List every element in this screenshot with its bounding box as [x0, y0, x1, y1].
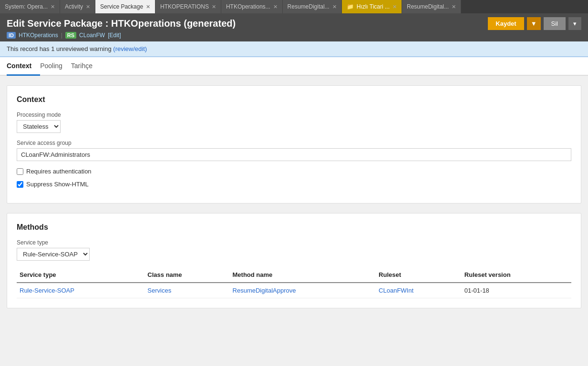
page-title: Edit Service Package : HTKOperations (ge… [7, 18, 236, 29]
tab-hizli-close[interactable]: ✕ [392, 4, 397, 10]
tab-htkoperations-label: HTKOPERATIONS [160, 3, 209, 10]
warning-link[interactable]: (review/edit) [113, 45, 147, 52]
tab-activity-label: Activity [65, 3, 83, 10]
tab-service-package[interactable]: Service Package ✕ [95, 0, 155, 13]
suppress-html-checkbox[interactable] [17, 181, 23, 188]
save-dropdown-button[interactable]: ▼ [527, 17, 541, 30]
cell-method-name: ResumeDigitalApprove [230, 283, 376, 298]
delete-button[interactable]: Sil [544, 17, 566, 30]
tab-hizli[interactable]: 📁 Hızlı Ticari ... ✕ [342, 0, 402, 13]
col-ruleset-version: Ruleset version [462, 267, 571, 283]
rs-badge: RS [65, 32, 76, 39]
tab-htkoperations[interactable]: HTKOPERATIONS ✕ [155, 0, 221, 13]
col-ruleset: Ruleset [376, 267, 462, 283]
cell-ruleset: CLoanFWInt [376, 283, 462, 298]
separator: | [61, 32, 62, 39]
tab-system-label: System: Opera... [5, 3, 48, 10]
requires-auth-checkbox[interactable] [17, 168, 23, 175]
processing-mode-select[interactable]: Stateless Stateful [17, 120, 61, 133]
main-content: Context Processing mode Stateless Statef… [0, 76, 588, 327]
methods-table: Service type Class name Method name Rule… [17, 267, 571, 298]
service-type-link[interactable]: Rule-Service-SOAP [20, 287, 74, 294]
table-row: Rule-Service-SOAP Services ResumeDigital… [17, 283, 571, 298]
tab-service-package-close[interactable]: ✕ [146, 4, 150, 10]
ruleset-link[interactable]: CLoanFWInt [379, 287, 413, 294]
context-card-title: Context [17, 95, 571, 104]
tab-bar: System: Opera... ✕ Activity ✕ Service Pa… [0, 0, 588, 13]
cell-service-type: Rule-Service-SOAP [17, 283, 144, 298]
tab-activity[interactable]: Activity ✕ [60, 0, 95, 13]
processing-mode-group: Processing mode Stateless Stateful [17, 112, 571, 133]
col-service-type: Service type [17, 267, 144, 283]
tab-pooling[interactable]: Pooling [40, 57, 71, 76]
suppress-html-group: Suppress Show-HTML [17, 181, 571, 188]
tab-resumedigital2[interactable]: ResumeDigital... ✕ [402, 0, 461, 13]
tab-htkoperations2[interactable]: HTKOperations... ✕ [221, 0, 283, 13]
tab-context[interactable]: Context [7, 57, 40, 76]
page-header: Edit Service Package : HTKOperations (ge… [0, 13, 588, 41]
header-top: Edit Service Package : HTKOperations (ge… [7, 17, 581, 30]
service-access-label: Service access group [17, 140, 571, 146]
methods-card-title: Methods [17, 223, 571, 232]
tab-htkoperations2-label: HTKOperations... [226, 3, 270, 10]
tab-resumedigital1[interactable]: ResumeDigital... ✕ [283, 0, 342, 13]
processing-mode-label: Processing mode [17, 112, 571, 118]
id-badge: ID [7, 32, 16, 39]
main-tabs: Context Pooling Tarihçe [0, 57, 588, 76]
tab-system[interactable]: System: Opera... ✕ [0, 0, 60, 13]
methods-card: Methods Service type Rule-Service-SOAP R… [7, 213, 581, 308]
service-type-label: Service type [17, 239, 571, 246]
service-access-input[interactable] [17, 148, 571, 161]
requires-auth-group: Requires authentication [17, 168, 571, 175]
warning-text: This record has 1 unreviewed warning [7, 45, 112, 52]
method-name-link[interactable]: ResumeDigitalApprove [233, 287, 296, 294]
tab-service-package-label: Service Package [100, 3, 143, 10]
tab-htkoperations2-close[interactable]: ✕ [273, 4, 278, 10]
col-class-name: Class name [144, 267, 229, 283]
warning-bar: This record has 1 unreviewed warning (re… [0, 41, 588, 57]
tab-resumedigital1-label: ResumeDigital... [288, 3, 330, 10]
tab-hizli-label: Hızlı Ticari ... [357, 3, 390, 10]
tab-resumedigital2-close[interactable]: ✕ [452, 4, 456, 10]
service-type-select[interactable]: Rule-Service-SOAP REST SOAP [17, 248, 90, 261]
more-button[interactable]: ▾ [568, 17, 581, 30]
suppress-html-label: Suppress Show-HTML [26, 181, 89, 188]
context-card: Context Processing mode Stateless Statef… [7, 85, 581, 203]
col-method-name: Method name [230, 267, 376, 283]
save-button[interactable]: Kaydet [488, 17, 524, 30]
methods-table-header-row: Service type Class name Method name Rule… [17, 267, 571, 283]
tab-htkoperations-close[interactable]: ✕ [212, 4, 216, 10]
cell-class-name: Services [144, 283, 229, 298]
tab-system-close[interactable]: ✕ [51, 4, 55, 10]
rs-link[interactable]: CLoanFW [79, 32, 105, 39]
tab-resumedigital2-label: ResumeDigital... [407, 3, 449, 10]
service-access-group: Service access group [17, 140, 571, 161]
cell-ruleset-version: 01-01-18 [462, 283, 571, 298]
edit-link[interactable]: [Edit] [108, 32, 121, 39]
header-actions: Kaydet ▼ Sil ▾ [488, 17, 581, 30]
class-name-link[interactable]: Services [147, 287, 171, 294]
tab-tarihce[interactable]: Tarihçe [71, 57, 101, 76]
tab-resumedigital1-close[interactable]: ✕ [332, 4, 337, 10]
header-meta: ID HTKOperations | RS CLoanFW [Edit] [7, 32, 581, 41]
service-type-group: Service type Rule-Service-SOAP REST SOAP [17, 239, 571, 261]
tab-activity-close[interactable]: ✕ [86, 4, 90, 10]
folder-icon: 📁 [347, 3, 354, 10]
requires-auth-label: Requires authentication [26, 168, 92, 175]
id-link[interactable]: HTKOperations [19, 32, 58, 39]
